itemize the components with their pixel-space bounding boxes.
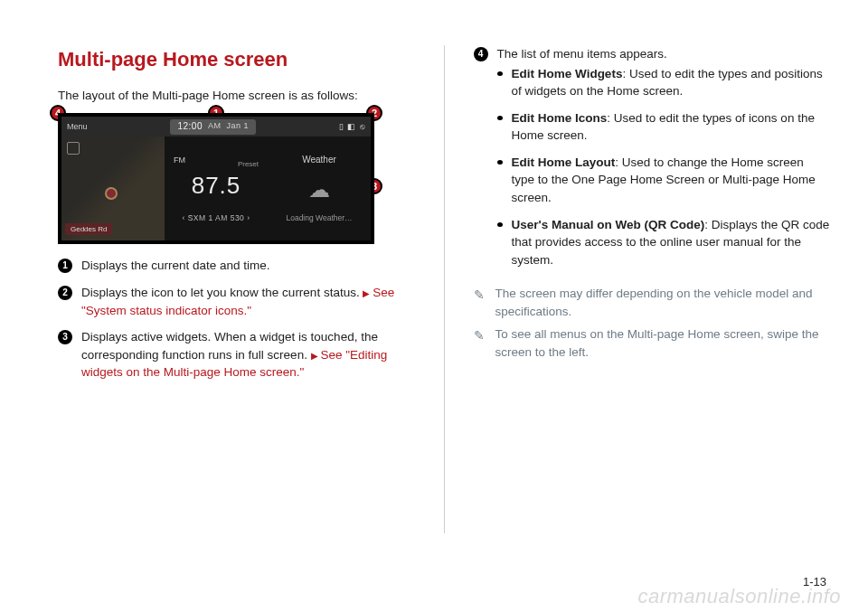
- menu-items-list: Edit Home Widgets: Used to edit the type…: [497, 65, 831, 269]
- radio-band: FM: [174, 155, 185, 166]
- column-divider: [444, 45, 445, 533]
- radio-tuner: ‹ SXM 1 AM 530 ›: [182, 212, 250, 223]
- note-icon: ✎: [474, 286, 486, 320]
- bullet-icon: [497, 222, 503, 227]
- compass-icon: [67, 142, 80, 155]
- page-number: 1-13: [803, 575, 826, 588]
- note-2-text: To see all menus on the Multi-page Home …: [495, 325, 831, 361]
- callout-2-text: Displays the icon to let you know the cu…: [81, 286, 360, 299]
- callout-3: 3 Displays active widgets. When a widget…: [58, 328, 415, 381]
- link-arrow-icon: ▶: [311, 351, 321, 361]
- weather-widget: Weather ☁ Loading Weather…: [268, 137, 371, 240]
- bullet-icon: [497, 116, 503, 120]
- callout-list-left: 1 Displays the current date and time. 2 …: [58, 257, 415, 381]
- menu-item-2-title: Edit Home Icons: [512, 111, 608, 125]
- menu-item-3-title: Edit Home Layout: [512, 155, 616, 169]
- radio-preset: Preset: [238, 159, 259, 170]
- menu-item-edit-widgets: Edit Home Widgets: Used to edit the type…: [497, 65, 831, 100]
- menu-label: Menu: [67, 121, 88, 133]
- clock: 12:00 AM Jan 1: [170, 119, 256, 135]
- callout-2: 2 Displays the icon to let you know the …: [58, 284, 415, 319]
- weather-title: Weather: [302, 154, 336, 167]
- home-screen-mock: Menu 12:00 AM Jan 1 ▯ ◧ ⎋ Geddes Rd: [58, 113, 374, 244]
- page-heading: Multi-page Home screen: [58, 45, 415, 74]
- location-marker-icon: [105, 187, 118, 200]
- menu-item-edit-layout: Edit Home Layout: Used to change the Hom…: [497, 154, 831, 207]
- weather-loading: Loading Weather…: [286, 212, 352, 223]
- menu-item-qr-manual: User's Manual on Web (QR Code): Displays…: [497, 216, 831, 269]
- callout-4-text: The list of menu items appears.: [497, 45, 831, 63]
- radio-frequency: 87.5: [192, 169, 241, 203]
- menu-item-edit-icons: Edit Home Icons: Used to edit the types …: [497, 109, 831, 145]
- callout-1-text: Displays the current date and time.: [81, 257, 270, 275]
- note-1: ✎ The screen may differ depending on the…: [474, 285, 831, 320]
- link-arrow-icon: ▶: [363, 288, 373, 298]
- right-column: 4 The list of menu items appears. Edit H…: [474, 45, 831, 594]
- callout-number-3: 3: [58, 330, 72, 344]
- weather-icon: ☁: [308, 174, 330, 206]
- screenshot-figure: 1 2 3 4 Menu 12:00 AM Jan 1 ▯ ◧ ⎋: [58, 113, 374, 244]
- left-column: Multi-page Home screen The layout of the…: [58, 45, 415, 594]
- note-icon: ✎: [474, 326, 486, 361]
- menu-item-4-title: User's Manual on Web (QR Code): [512, 218, 705, 231]
- menu-item-1-title: Edit Home Widgets: [512, 67, 623, 80]
- callout-1: 1 Displays the current date and time.: [58, 257, 415, 275]
- callout-number-4: 4: [474, 47, 488, 61]
- status-icons: ▯ ◧ ⎋: [339, 121, 365, 133]
- note-1-text: The screen may differ depending on the v…: [495, 285, 831, 320]
- callout-number-2: 2: [58, 286, 72, 300]
- callout-4: 4 The list of menu items appears. Edit H…: [474, 45, 831, 278]
- map-widget: Geddes Rd: [61, 137, 165, 240]
- note-2: ✎ To see all menus on the Multi-page Hom…: [474, 325, 831, 361]
- road-label: Geddes Rd: [65, 223, 112, 236]
- bullet-icon: [497, 160, 503, 165]
- bullet-icon: [497, 71, 503, 76]
- callout-number-1: 1: [58, 259, 72, 273]
- radio-widget: FM Preset 87.5 ‹ SXM 1 AM 530 ›: [165, 137, 268, 240]
- intro-text: The layout of the Multi-page Home screen…: [58, 87, 415, 105]
